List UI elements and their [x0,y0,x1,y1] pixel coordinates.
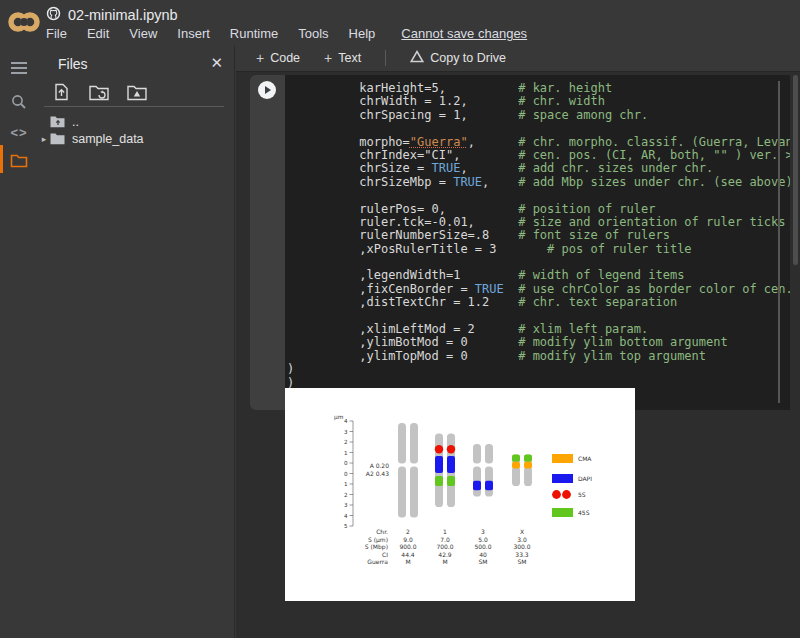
colab-app: 02-minimal.ipynb FileEditViewInsertRunti… [0,0,800,638]
svg-text:900.0: 900.0 [399,543,416,550]
plus-icon: + [256,50,264,66]
svg-text:CMA: CMA [578,455,592,462]
expand-arrow-icon[interactable]: ▸ [38,134,50,144]
svg-text:4: 4 [344,418,348,424]
github-icon [46,6,61,25]
search-icon[interactable] [0,87,38,117]
tree-item-[interactable]: .. [38,113,235,130]
svg-text:44.4: 44.4 [401,551,415,558]
files-title: Files [58,56,88,72]
svg-text:1: 1 [344,481,348,487]
tree-item-sample_data[interactable]: ▸ sample_data [38,130,235,147]
svg-text:5: 5 [344,523,348,529]
svg-text:0: 0 [344,460,348,466]
svg-text:3: 3 [344,502,348,508]
svg-text:2: 2 [344,492,348,498]
menu-view[interactable]: View [129,26,157,41]
copy-to-drive-button[interactable]: Copy to Drive [400,47,516,69]
cell-gutter [250,75,285,410]
files-actions [44,81,224,107]
upload-file-icon[interactable] [48,81,74,103]
drive-icon [410,50,424,66]
menu-tools[interactable]: Tools [298,26,328,41]
svg-text:SM: SM [518,558,527,565]
tree-item-label: .. [72,115,79,129]
svg-text:40: 40 [479,551,487,558]
folder-up-icon [50,115,65,128]
folder-icon [50,132,65,145]
save-status-link[interactable]: Cannot save changes [401,26,527,41]
page-scrollbar[interactable] [793,75,798,265]
svg-text:M: M [405,558,410,565]
files-panel: Files ✕ [38,45,235,638]
mount-drive-icon[interactable] [124,81,150,103]
files-header: Files ✕ [38,53,235,77]
menu-help[interactable]: Help [349,26,376,41]
plus-icon: + [324,50,332,66]
svg-text:4: 4 [344,513,348,519]
code-cell: karHeight=5, # kar. height chrWidth = 1.… [250,75,790,410]
svg-text:CI: CI [382,551,388,558]
tree-item-label: sample_data [72,132,144,146]
menu-bar: FileEditViewInsertRuntimeToolsHelpCannot… [46,26,527,41]
file-tree: ..▸ sample_data [38,113,235,147]
svg-text:A 0.20: A 0.20 [370,462,390,469]
svg-text:2: 2 [406,528,410,535]
svg-text:3: 3 [481,528,485,535]
svg-text:A2 0.43: A2 0.43 [366,470,389,477]
menu-edit[interactable]: Edit [87,26,109,41]
svg-text:M: M [442,558,447,565]
menu-runtime[interactable]: Runtime [230,26,278,41]
output-figure-idiogram: µm43210012345A 0.20A2 0.43Chr.S (µm)S (M… [285,388,635,601]
top-bar: 02-minimal.ipynb FileEditViewInsertRunti… [0,0,800,45]
svg-text:2: 2 [344,439,348,445]
svg-text:300.0: 300.0 [513,543,530,550]
svg-text:1: 1 [344,450,348,456]
svg-text:33.3: 33.3 [515,551,529,558]
svg-text:9.0: 9.0 [403,536,413,543]
close-icon[interactable]: ✕ [210,54,223,72]
code-editor[interactable]: karHeight=5, # kar. height chrWidth = 1.… [285,75,790,410]
svg-text:500.0: 500.0 [474,543,491,550]
svg-text:DAPI: DAPI [578,475,592,482]
colab-logo-icon[interactable] [8,8,40,36]
add-code-button[interactable]: + Code [246,47,310,69]
cell-output: µm43210012345A 0.20A2 0.43Chr.S (µm)S (M… [285,388,635,601]
notebook-title[interactable]: 02-minimal.ipynb [68,7,178,23]
svg-text:3.0: 3.0 [517,536,527,543]
svg-text:Chr.: Chr. [376,528,388,535]
svg-text:3: 3 [344,429,348,435]
svg-text:5S: 5S [578,491,586,498]
code-snippets-icon[interactable]: <> [0,117,38,147]
code-text: karHeight=5, # kar. height chrWidth = 1.… [285,75,790,403]
notebook-toolbar: + Code + Text Copy to Drive [236,45,800,72]
svg-text:45S: 45S [578,509,590,516]
table-of-contents-icon[interactable] [0,53,38,83]
svg-text:42.9: 42.9 [438,551,452,558]
cell-scrollbar[interactable] [778,81,780,403]
title-row: 02-minimal.ipynb [46,6,178,24]
copy-to-drive-label: Copy to Drive [430,51,506,65]
add-code-label: Code [270,51,300,65]
menu-file[interactable]: File [46,26,67,41]
svg-text:X: X [520,528,524,535]
svg-text:5.0: 5.0 [478,536,488,543]
svg-text:SM: SM [479,558,488,565]
refresh-folder-icon[interactable] [86,81,112,103]
svg-text:µm: µm [334,414,344,421]
svg-text:700.0: 700.0 [436,543,453,550]
toolbar-divider [385,50,386,66]
left-rail: <> [0,45,38,638]
active-tab-indicator [0,145,3,173]
add-text-button[interactable]: + Text [314,47,371,69]
svg-text:7.0: 7.0 [440,536,450,543]
svg-text:0: 0 [344,471,348,477]
run-cell-button[interactable] [257,80,277,100]
add-text-label: Text [338,51,361,65]
notebook-main: + Code + Text Copy to Drive [236,45,800,638]
menu-insert[interactable]: Insert [177,26,210,41]
svg-text:1: 1 [443,528,447,535]
svg-text:Guerra: Guerra [367,558,388,565]
files-rail-icon[interactable] [0,145,38,175]
